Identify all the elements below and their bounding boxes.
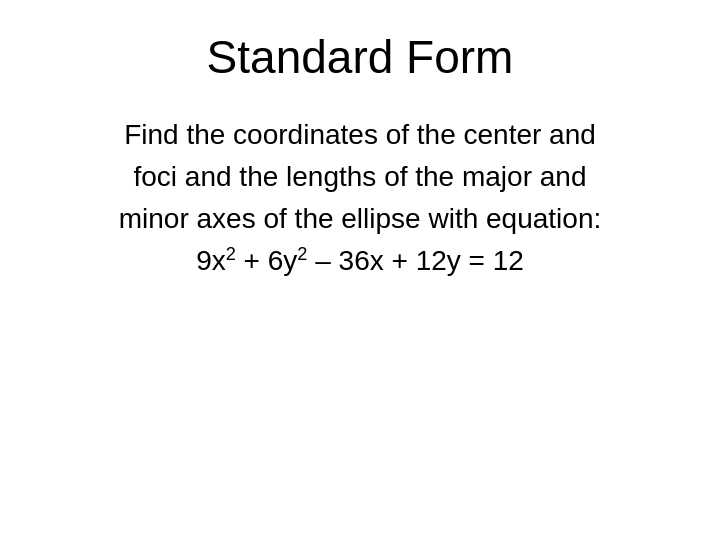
- content-line2: foci and the lengths of the major and: [134, 161, 587, 192]
- page-title: Standard Form: [50, 30, 670, 84]
- equation-exp1: 2: [226, 244, 236, 264]
- equation: 9x2 + 6y2 – 36x + 12y = 12: [196, 245, 524, 276]
- equation-prefix: 9x: [196, 245, 226, 276]
- equation-exp2: 2: [297, 244, 307, 264]
- equation-middle: + 6y: [236, 245, 297, 276]
- content-line1: Find the coordinates of the center and: [124, 119, 596, 150]
- content-body: Find the coordinates of the center and f…: [50, 114, 670, 282]
- page-container: Standard Form Find the coordinates of th…: [0, 0, 720, 540]
- content-line3: minor axes of the ellipse with equation:: [119, 203, 602, 234]
- equation-suffix: – 36x + 12y = 12: [307, 245, 523, 276]
